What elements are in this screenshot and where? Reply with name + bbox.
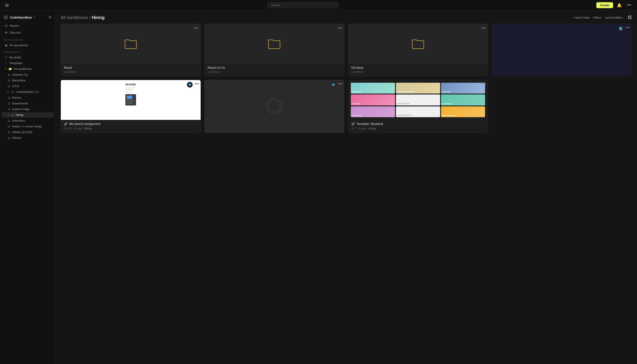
folder-icon: 🗂 bbox=[8, 102, 10, 105]
folder-icon: 🗂 bbox=[8, 136, 10, 140]
sidebar-item-interviews[interactable]: 🗂 Interviews bbox=[1, 118, 54, 124]
sidebar-item-all-repositories[interactable]: ▣ All repositories bbox=[1, 42, 54, 48]
swatch-7: SOAP APPLE bbox=[351, 106, 395, 117]
card-info: React-UI-UX 1 sandbox bbox=[204, 64, 344, 76]
react-logo-badge bbox=[618, 26, 624, 32]
sidebar-item-cicd[interactable]: 🗂 CICD bbox=[1, 83, 54, 89]
more-options-button[interactable]: ••• bbox=[626, 2, 632, 9]
search-input[interactable] bbox=[268, 2, 338, 8]
sidebar-brand[interactable]: CodeSandbox ▾ bbox=[4, 15, 35, 20]
folder-preview-icon bbox=[268, 38, 280, 49]
svg-rect-5 bbox=[4, 18, 6, 19]
sidebar-item-my-drafts[interactable]: ☐ My drafts bbox=[1, 54, 54, 60]
tag-badge: Hiring bbox=[84, 127, 91, 130]
card-menu-icon[interactable]: ••• bbox=[338, 82, 342, 86]
sidebar-item-hiring[interactable]: ▶ 🗂 Hiring bbox=[1, 112, 54, 118]
folder-icon: 🗂 bbox=[8, 119, 10, 122]
sidebar-item-label: Recent bbox=[10, 24, 19, 28]
folder-icon: 🗂 bbox=[8, 79, 10, 82]
swatch-3: DEEP BLUE bbox=[441, 83, 485, 94]
sort-label-text: Last Modified bbox=[605, 16, 622, 19]
sidebar-item-pitcher[interactable]: 🗂 Pitcher bbox=[1, 135, 54, 141]
topbar-left bbox=[4, 3, 9, 8]
swatch-2: SANDY PUTTERSBURG bbox=[396, 83, 440, 94]
card-template-backend[interactable]: ••• MAIN WHITE SANDY PUTTERSBURG DEEP BL… bbox=[348, 80, 488, 133]
svg-rect-6 bbox=[6, 18, 8, 19]
swatch-4: PALE PINK bbox=[351, 94, 395, 105]
svg-point-19 bbox=[333, 84, 334, 85]
repo-icon: ▣ bbox=[5, 44, 8, 47]
card-menu-icon[interactable]: ••• bbox=[482, 26, 486, 30]
create-button[interactable]: Create bbox=[596, 2, 613, 8]
view-count: 👁 317 bbox=[64, 127, 72, 130]
card-menu-icon[interactable]: ••• bbox=[338, 26, 342, 30]
color-swatches-preview: MAIN WHITE SANDY PUTTERSBURG DEEP BLUE P… bbox=[348, 80, 488, 120]
sidebar-item-notion-linear[interactable]: 🗂 Notion <> Linear Integr... bbox=[1, 124, 54, 129]
sidebar-item-demos[interactable]: 🗂 Demos bbox=[1, 95, 54, 100]
card-preview: ••• bbox=[348, 24, 488, 64]
clock-icon: ◷ bbox=[5, 24, 8, 28]
brand-name: CodeSandbox bbox=[10, 16, 32, 19]
sidebar-item-label: Offsite Q3 2020 bbox=[12, 130, 32, 134]
svg-rect-0 bbox=[5, 4, 9, 4]
sidebar-item-experiments[interactable]: 🗂 Experiments bbox=[1, 100, 54, 106]
file-icon: ☐ bbox=[5, 56, 8, 59]
sidebar-item-all-sandboxes[interactable]: ▶ 📁 All sandboxes bbox=[1, 66, 54, 72]
sidebar-item-codesandbox-2[interactable]: ▶ 🗂 CodeSandbox 2.0 bbox=[1, 89, 54, 95]
svg-rect-7 bbox=[628, 16, 630, 17]
sandboxes-section-label: Sandboxes bbox=[0, 48, 55, 54]
sort-selector[interactable]: Last Modified ↓ bbox=[605, 16, 624, 19]
sidebar-item-airplane-cry[interactable]: 🗂 Airplane Cry bbox=[1, 72, 54, 78]
menu-icon[interactable] bbox=[4, 3, 9, 8]
sidebar-item-label: CICD bbox=[12, 84, 19, 88]
settings-icon[interactable]: ⚙ bbox=[48, 15, 52, 20]
card-full-stack[interactable]: ••• full-stack 1 sandbox bbox=[348, 24, 488, 76]
card-react-folder[interactable]: ••• React 1 sandbox bbox=[60, 24, 201, 76]
folder-icon: 🗂 bbox=[8, 130, 10, 134]
svg-marker-24 bbox=[270, 102, 279, 112]
folder-icon: 📁 bbox=[8, 67, 12, 70]
filters-button[interactable]: Filters bbox=[594, 16, 601, 19]
notification-button[interactable]: 🔔 bbox=[616, 2, 623, 9]
brand-logo-icon bbox=[4, 15, 8, 20]
card-menu-icon[interactable]: ••• bbox=[195, 82, 199, 86]
main-layout: CodeSandbox ▾ ⚙ ◷ Recent ⊕ Discover Repo… bbox=[0, 10, 637, 364]
card-info: 🔗 Template: Profiles Exercise 👁 10 11mo … bbox=[492, 76, 632, 76]
card-react-ui-ux[interactable]: ••• React-UI-UX 1 sandbox bbox=[204, 24, 344, 76]
sidebar-item-discover[interactable]: ⊕ Discover bbox=[1, 29, 54, 36]
svg-rect-8 bbox=[630, 16, 632, 17]
expand-arrow-icon: ▶ bbox=[8, 91, 9, 93]
swatch-6: BLUR WHITE bbox=[441, 94, 485, 105]
card-file-search[interactable]: ••• README bbox=[60, 80, 201, 133]
readme-preview: README bbox=[123, 80, 139, 120]
new-folder-button[interactable]: + New Folder bbox=[573, 16, 590, 19]
sidebar-item-explore-page[interactable]: 🗂 Explore Page bbox=[1, 106, 54, 112]
svg-point-11 bbox=[620, 28, 621, 29]
card-secret-solution[interactable]: ••• bbox=[204, 80, 344, 133]
folder-preview-icon bbox=[412, 38, 424, 49]
card-menu-icon[interactable]: ••• bbox=[482, 82, 486, 86]
react-badge bbox=[330, 82, 336, 88]
chevron-down-icon: ▾ bbox=[34, 16, 35, 19]
card-menu-icon[interactable]: ••• bbox=[626, 26, 630, 30]
sidebar-item-recent[interactable]: ◷ Recent bbox=[1, 22, 54, 29]
folder-icon: 🗂 bbox=[11, 90, 14, 94]
card-menu-icon[interactable]: ••• bbox=[194, 26, 198, 30]
card-info: 🔒 secret-solution 👁 13 2y ago Hiring bbox=[204, 133, 344, 133]
tag-badge: Hiring bbox=[369, 127, 376, 130]
grid-view-button[interactable] bbox=[628, 15, 632, 20]
sort-arrow-icon: ↓ bbox=[623, 16, 624, 19]
globe-icon: ⊕ bbox=[5, 31, 8, 34]
sidebar-item-backoffice[interactable]: 🗂 Backoffice bbox=[1, 78, 54, 83]
hex-preview-icon bbox=[266, 98, 283, 115]
card-preview: ••• bbox=[204, 80, 344, 133]
time-ago: 2y ago bbox=[74, 127, 82, 130]
card-template-profiles[interactable]: ••• bbox=[492, 24, 632, 76]
card-title: React bbox=[64, 66, 198, 70]
sidebar-header: CodeSandbox ▾ ⚙ bbox=[0, 13, 55, 22]
sidebar-item-offsite-q3[interactable]: 🗂 Offsite Q3 2020 bbox=[1, 129, 54, 135]
sidebar-item-label: Notion <> Linear Integr... bbox=[12, 125, 44, 128]
expand-arrow-icon: ▶ bbox=[5, 68, 7, 70]
sidebar-item-templates[interactable]: ☆ Templates bbox=[1, 60, 54, 66]
card-info: 🔗 Template: Backend 👁 2 2y ago Hiring bbox=[348, 120, 488, 133]
